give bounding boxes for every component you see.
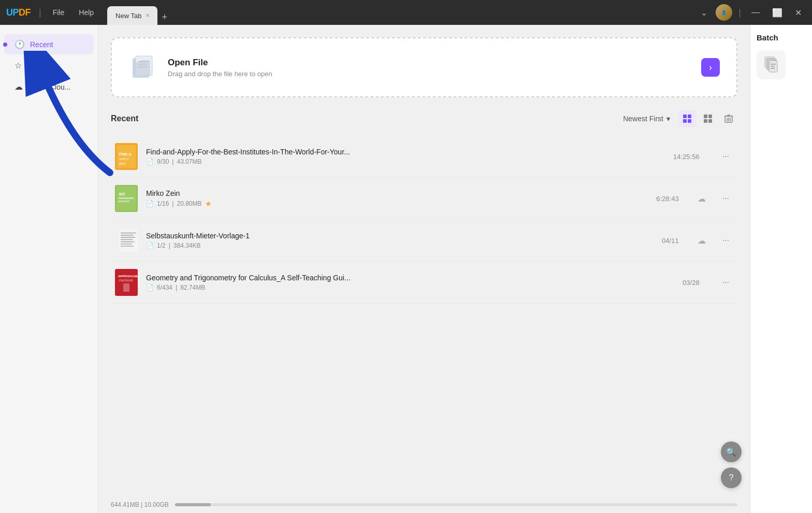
svg-rect-12 [708, 119, 712, 123]
svg-rect-42 [123, 283, 129, 292]
main-container: 🕐 Recent ☆ Starred ☁ UPDF Clou... [0, 25, 812, 513]
svg-rect-49 [770, 62, 771, 63]
file-info-2: Mirko Zein 📄 1/16 | 20.80MB ★ [146, 189, 648, 208]
delete-btn[interactable] [720, 110, 737, 127]
svg-rect-37 [121, 244, 132, 245]
file-item[interactable]: FIND & APPLY BEST Find-and-Apply-For-the… [111, 136, 737, 178]
file-icon-wrapper [128, 53, 157, 82]
svg-text:APPLY: APPLY [119, 158, 129, 161]
svg-rect-31 [119, 229, 138, 252]
menu-help[interactable]: Help [74, 6, 99, 19]
svg-text:CALCULUS: CALCULUS [119, 279, 133, 282]
new-tab-button[interactable]: + [157, 10, 171, 25]
svg-text:MZ: MZ [119, 192, 125, 196]
sidebar-item-cloud[interactable]: ☁ UPDF Clou... [4, 77, 94, 97]
file-pages-2: 1/16 [157, 200, 169, 207]
file-date-2: 6:28:43 [656, 195, 678, 203]
page-icon-3: 📄 [146, 242, 154, 249]
more-btn-2[interactable]: ··· [718, 192, 733, 205]
batch-title: Batch [757, 33, 806, 42]
avatar[interactable]: 👤 [716, 4, 732, 21]
star-icon-2: ★ [205, 200, 212, 208]
svg-rect-36 [121, 241, 135, 243]
file-item[interactable]: APPROACHES CALCULUS Geometry and Trigono… [111, 262, 737, 304]
file-thumb-2: MZ [115, 185, 138, 212]
svg-rect-35 [121, 239, 133, 240]
file-pages-4: 6/434 [157, 284, 172, 291]
thumb-img-3 [117, 229, 138, 252]
starred-icon: ☆ [15, 61, 22, 70]
file-size-3: 384.34KB [173, 242, 201, 249]
file-open-icon [128, 53, 157, 82]
batch-icon-btn[interactable] [757, 50, 786, 79]
recent-header: Recent Newest First ▾ [111, 110, 737, 127]
svg-rect-48 [771, 68, 775, 69]
content-area: Open File Drag and drop the file here to… [98, 25, 750, 513]
page-icon-2: 📄 [146, 200, 154, 207]
open-file-title: Open File [168, 58, 272, 68]
file-size-1: 43.07MB [177, 158, 201, 165]
file-size-2: 20.80MB [177, 200, 201, 207]
file-date-4: 03/28 [683, 279, 700, 287]
file-info-3: Selbstauskunft-Mieter-Vorlage-1 📄 1/2 | … [146, 232, 654, 249]
svg-rect-32 [121, 233, 136, 234]
thumb-img-2: MZ [115, 185, 138, 212]
file-thumb-1: FIND & APPLY BEST [115, 143, 138, 170]
file-pages-1: 9/30 [157, 158, 169, 165]
svg-rect-7 [683, 119, 687, 123]
file-size-4: 82.74MB [180, 284, 205, 291]
svg-text:FIND &: FIND & [119, 152, 131, 156]
sidebar-item-recent-label: Recent [30, 40, 53, 49]
view-grid-large-btn[interactable] [699, 110, 717, 127]
svg-rect-10 [708, 115, 712, 118]
search-float-icon: 🔍 [726, 447, 736, 457]
menu-file[interactable]: File [48, 6, 70, 19]
more-btn-4[interactable]: ··· [718, 276, 733, 289]
more-btn-1[interactable]: ··· [718, 150, 733, 163]
app-logo: UPDF [6, 7, 31, 18]
minimize-btn[interactable]: — [747, 6, 764, 19]
grid-large-icon [703, 114, 713, 123]
float-buttons: 🔍 ? [721, 441, 742, 488]
file-info-1: Find-and-Apply-For-the-Best-Institutes-I… [146, 148, 665, 165]
file-item[interactable]: MZ Mirko Zein 📄 1/16 | 20.80MB ★ 6: [111, 178, 737, 220]
help-float-btn[interactable]: ? [721, 467, 742, 488]
sort-label: Newest First [623, 115, 663, 123]
file-thumb-3 [115, 227, 138, 254]
sort-button[interactable]: Newest First ▾ [623, 115, 670, 123]
close-btn[interactable]: ✕ [791, 6, 806, 20]
tab-close-btn[interactable]: × [146, 12, 149, 19]
open-file-box[interactable]: Open File Drag and drop the file here to… [111, 37, 737, 97]
open-file-arrow-btn[interactable]: › [701, 58, 720, 77]
file-pages-3: 1/2 [157, 242, 166, 249]
file-date-1: 14:25:56 [673, 153, 700, 161]
file-meta-1: 📄 9/30 | 43.07MB [146, 158, 665, 165]
grid-small-icon [683, 114, 692, 123]
open-file-text: Open File Drag and drop the file here to… [168, 58, 272, 78]
thumb-img-4: APPROACHES CALCULUS [115, 269, 138, 296]
batch-document-icon [764, 56, 778, 73]
bottom-bar: 644.41MB | 10.00GB [98, 496, 750, 513]
svg-rect-47 [771, 66, 775, 67]
dropdown-btn[interactable]: ⌄ [697, 6, 712, 20]
sidebar-item-cloud-label: UPDF Clou... [28, 83, 70, 91]
more-btn-3[interactable]: ··· [718, 234, 733, 247]
sidebar-item-recent[interactable]: 🕐 Recent [4, 34, 94, 54]
sidebar: 🕐 Recent ☆ Starred ☁ UPDF Clou... [0, 25, 98, 513]
file-item[interactable]: Selbstauskunft-Mieter-Vorlage-1 📄 1/2 | … [111, 220, 737, 262]
arrow-right-icon: › [709, 62, 712, 73]
help-float-icon: ? [729, 473, 734, 482]
thumb-img-1: FIND & APPLY BEST [115, 143, 138, 170]
sidebar-item-starred-label: Starred [27, 62, 51, 70]
tab-new[interactable]: New Tab × [107, 6, 157, 25]
sidebar-item-starred[interactable]: ☆ Starred [4, 55, 94, 76]
maximize-btn[interactable]: ⬜ [768, 6, 787, 20]
file-name-4: Geometry and Trigonometry for Calculus_A… [146, 274, 674, 282]
cloud-upload-icon-2: ☁ [698, 194, 706, 204]
sort-arrow-icon: ▾ [666, 115, 670, 123]
svg-text:APPROACHES: APPROACHES [118, 275, 138, 278]
view-grid-small-btn[interactable] [678, 110, 696, 127]
cloud-icon: ☁ [15, 82, 23, 92]
svg-rect-5 [683, 115, 687, 118]
search-float-btn[interactable]: 🔍 [721, 441, 742, 462]
